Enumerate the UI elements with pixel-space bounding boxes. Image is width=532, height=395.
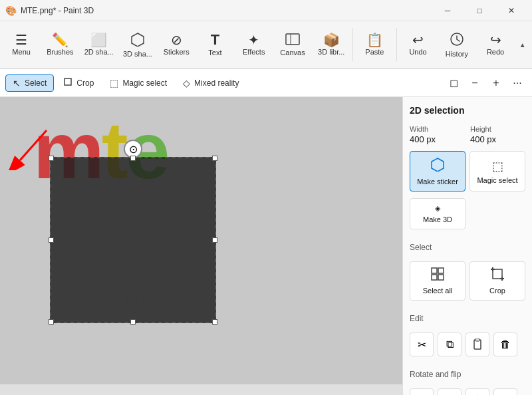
make-sticker-label: Make sticker bbox=[417, 178, 458, 186]
canvas-area[interactable]: mte ⊙ mte bbox=[0, 97, 402, 395]
maximize-button[interactable]: □ bbox=[464, 0, 495, 21]
handle-top-left[interactable] bbox=[49, 156, 54, 161]
select-all-button[interactable]: Select all bbox=[410, 261, 466, 301]
tool-paste-label: Paste bbox=[365, 48, 384, 56]
tool-stickers[interactable]: ⊘ Stickers bbox=[158, 22, 195, 67]
triangle-btn[interactable]: ◻ bbox=[444, 74, 463, 92]
crop-icon bbox=[63, 77, 72, 88]
3dlib-icon: 📦 bbox=[323, 33, 340, 47]
sec-tool-mixed-reality[interactable]: ◇ Mixed reality bbox=[176, 75, 245, 91]
handle-bot-right[interactable] bbox=[212, 319, 217, 325]
width-field: Width 400 px bbox=[410, 125, 465, 144]
height-value: 400 px bbox=[470, 134, 525, 144]
svg-rect-4 bbox=[65, 78, 71, 85]
tool-canvas-label: Canvas bbox=[280, 49, 305, 57]
rotate-icon-row: ↺ ↻ bbox=[410, 388, 525, 395]
svg-rect-9 bbox=[438, 268, 444, 273]
handle-bot-mid[interactable] bbox=[130, 319, 136, 325]
canvas-surface: mte ⊙ mte bbox=[0, 97, 402, 384]
selection-overlay-text: mte bbox=[51, 269, 215, 315]
mixed-reality-icon: ◇ bbox=[183, 78, 190, 88]
magic-select-button[interactable]: ⬚ Magic select bbox=[469, 151, 525, 192]
tool-menu[interactable]: ☰ Menu bbox=[3, 22, 40, 67]
rotate-section-label: Rotate and flip bbox=[410, 370, 525, 379]
selection-box[interactable]: ⊙ mte bbox=[50, 157, 216, 323]
height-label: Height bbox=[470, 125, 525, 133]
title-bar: 🎨 MTE.png* - Paint 3D ─ □ ✕ bbox=[0, 0, 532, 21]
tool-3dshapes[interactable]: 3D sha... bbox=[119, 22, 156, 67]
sec-tool-select-label: Select bbox=[25, 78, 47, 88]
title-bar-left: 🎨 MTE.png* - Paint 3D bbox=[5, 5, 94, 16]
window-title: MTE.png* - Paint 3D bbox=[21, 6, 94, 15]
tool-menu-label: Menu bbox=[12, 48, 31, 56]
tool-paste[interactable]: 📋 Paste bbox=[356, 22, 393, 67]
handle-mid-left[interactable] bbox=[49, 237, 54, 243]
rotate-right-button[interactable]: ↻ bbox=[438, 388, 462, 395]
make-sticker-button[interactable]: Make sticker bbox=[410, 151, 466, 192]
select-section-label: Select bbox=[410, 243, 525, 252]
tool-3dlib[interactable]: 📦 3D libr... bbox=[313, 22, 350, 67]
crop-panel-icon bbox=[491, 267, 504, 284]
toolbar-expand[interactable]: ▲ bbox=[515, 22, 529, 67]
brushes-icon: ✏️ bbox=[52, 33, 68, 47]
select-all-label: Select all bbox=[423, 287, 453, 295]
flip-horizontal-button[interactable] bbox=[493, 388, 517, 395]
svg-marker-7 bbox=[432, 158, 444, 172]
close-button[interactable]: ✕ bbox=[496, 0, 527, 21]
main-toolbar: ☰ Menu ✏️ Brushes ⬜ 2D sha... 3D sha... … bbox=[0, 21, 532, 69]
sec-tool-magic-label: Magic select bbox=[122, 78, 167, 88]
2dshapes-icon: ⬜ bbox=[90, 33, 107, 47]
more-btn[interactable]: ··· bbox=[508, 74, 527, 92]
handle-bot-left[interactable] bbox=[49, 319, 54, 325]
sec-tool-crop[interactable]: Crop bbox=[57, 74, 100, 91]
stickers-icon: ⊘ bbox=[171, 33, 182, 47]
svg-marker-0 bbox=[132, 33, 144, 47]
sec-tool-mixed-label: Mixed reality bbox=[194, 78, 239, 88]
tool-redo[interactable]: ↪ Redo bbox=[477, 22, 514, 67]
cut-button[interactable]: ✂ bbox=[410, 332, 434, 356]
tool-history[interactable]: History bbox=[438, 22, 475, 67]
minimize-button[interactable]: ─ bbox=[432, 0, 463, 21]
handle-top-right[interactable] bbox=[212, 156, 217, 161]
delete-button[interactable]: 🗑 bbox=[493, 332, 517, 356]
handle-top-mid[interactable] bbox=[130, 156, 136, 161]
width-value: 400 px bbox=[410, 134, 465, 144]
paste-panel-button[interactable] bbox=[466, 332, 489, 356]
rotate-left-button[interactable]: ↺ bbox=[410, 388, 434, 395]
handle-mid-right[interactable] bbox=[212, 237, 217, 243]
horizontal-scrollbar[interactable] bbox=[0, 384, 402, 395]
tool-effects[interactable]: ✦ Effects bbox=[235, 22, 273, 67]
tool-text[interactable]: T Text bbox=[196, 22, 233, 67]
width-label: Width bbox=[410, 125, 465, 133]
toolbar-divider bbox=[352, 28, 353, 61]
make-3d-button[interactable]: ◈ Make 3D bbox=[410, 198, 466, 229]
svg-rect-1 bbox=[286, 34, 299, 45]
magic-select-btn-icon: ⬚ bbox=[492, 159, 503, 174]
menu-icon: ☰ bbox=[15, 33, 27, 47]
select-all-icon bbox=[431, 267, 444, 284]
sec-tool-select[interactable]: ↖ Select bbox=[5, 74, 54, 92]
right-panel: 2D selection Width 400 px Height 400 px … bbox=[402, 97, 532, 395]
tool-text-label: Text bbox=[208, 49, 221, 57]
tool-2dshapes[interactable]: ⬜ 2D sha... bbox=[80, 22, 118, 67]
tool-3dlib-label: 3D libr... bbox=[318, 48, 344, 56]
dimension-row: Width 400 px Height 400 px bbox=[410, 125, 525, 144]
svg-rect-8 bbox=[432, 268, 437, 273]
tool-undo[interactable]: ↩ Undo bbox=[399, 22, 436, 67]
plus-btn[interactable]: + bbox=[487, 74, 505, 92]
crop-panel-button[interactable]: Crop bbox=[469, 261, 525, 301]
select-icon: ↖ bbox=[13, 78, 21, 88]
minus-btn[interactable]: − bbox=[466, 74, 484, 92]
copy-button[interactable]: ⧉ bbox=[438, 332, 462, 356]
app-icon: 🎨 bbox=[5, 5, 17, 16]
edit-icon-row: ✂ ⧉ 🗑 bbox=[410, 332, 525, 356]
make-3d-icon: ◈ bbox=[435, 204, 440, 213]
tool-canvas[interactable]: Canvas bbox=[274, 22, 311, 67]
tool-undo-label: Undo bbox=[409, 48, 426, 56]
title-bar-controls: ─ □ ✕ bbox=[432, 0, 527, 21]
effects-icon: ✦ bbox=[248, 33, 259, 47]
flip-vertical-button[interactable] bbox=[466, 388, 489, 395]
tool-brushes[interactable]: ✏️ Brushes bbox=[41, 22, 78, 67]
sec-tool-magic-select[interactable]: ⬚ Magic select bbox=[103, 75, 174, 91]
crop-panel-label: Crop bbox=[489, 287, 505, 295]
